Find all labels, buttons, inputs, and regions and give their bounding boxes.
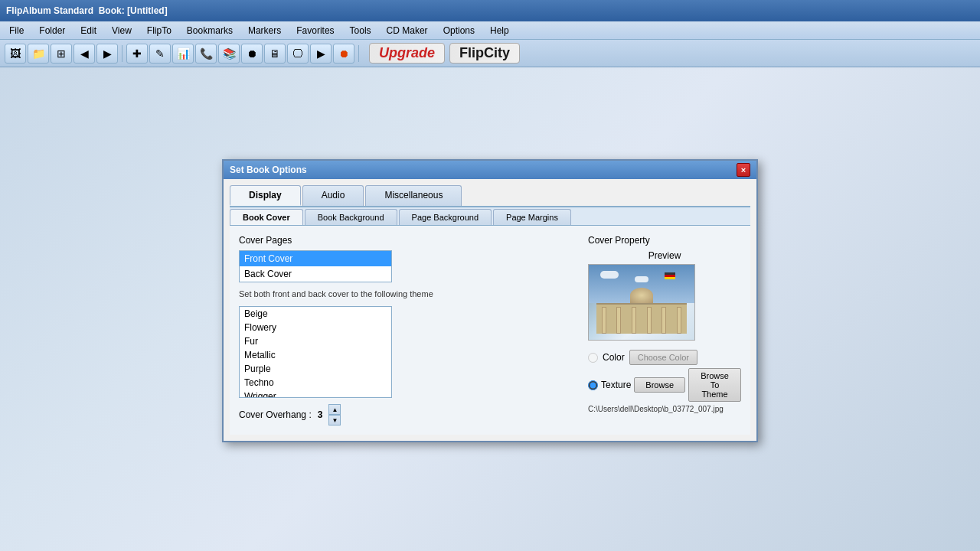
choose-color-button[interactable]: Choose Color bbox=[629, 350, 697, 365]
menu-tools[interactable]: Tools bbox=[344, 24, 377, 37]
preview-columns bbox=[596, 307, 687, 334]
toolbar-btn-10[interactable]: 📚 bbox=[218, 44, 240, 64]
menu-bar: File Folder Edit View FlipTo Bookmarks M… bbox=[0, 21, 980, 40]
preview-image bbox=[588, 264, 695, 341]
tab-miscellaneous[interactable]: Miscellaneous bbox=[365, 185, 462, 206]
right-panel: Cover Property Preview bbox=[588, 235, 741, 425]
cover-pages-label: Cover Pages bbox=[239, 235, 573, 246]
texture-radio[interactable] bbox=[588, 380, 598, 390]
theme-list[interactable]: Beige Flowery Fur Metallic Purple Techno… bbox=[239, 306, 392, 398]
cover-property-label: Cover Property bbox=[588, 235, 741, 246]
toolbar-btn-5[interactable]: ▶ bbox=[96, 44, 118, 64]
toolbar-btn-4[interactable]: ◀ bbox=[74, 44, 95, 64]
toolbar-btn-12[interactable]: 🖥 bbox=[264, 44, 286, 64]
tabs-top-row: Display Audio Miscellaneous bbox=[230, 185, 750, 207]
list-item-back-cover[interactable]: Back Cover bbox=[240, 266, 391, 282]
document-title: Book: [Untitled] bbox=[99, 5, 168, 16]
cover-pages-list[interactable]: Front Cover Back Cover bbox=[239, 250, 392, 282]
column-5 bbox=[662, 307, 666, 334]
description-text: Set both front and back cover to the fol… bbox=[239, 289, 573, 300]
theme-flowery[interactable]: Flowery bbox=[240, 321, 391, 334]
tabs-second-row: Book Cover Book Background Page Backgrou… bbox=[230, 207, 750, 226]
overhang-value: 3 bbox=[318, 409, 323, 420]
tab-page-background[interactable]: Page Background bbox=[399, 209, 492, 225]
toolbar-btn-7[interactable]: ✎ bbox=[149, 44, 171, 64]
upgrade-banner[interactable]: Upgrade bbox=[369, 43, 445, 64]
menu-help[interactable]: Help bbox=[484, 24, 515, 37]
tab-page-margins[interactable]: Page Margins bbox=[493, 209, 571, 225]
toolbar: 🖼 📁 ⊞ ◀ ▶ ✚ ✎ 📊 📞 📚 ⏺ 🖥 🖵 ▶ ⏺ Upgrade Fl… bbox=[0, 40, 980, 67]
menu-cdmaker[interactable]: CD Maker bbox=[381, 24, 434, 37]
menu-file[interactable]: File bbox=[3, 24, 30, 37]
menu-flipto[interactable]: FlipTo bbox=[141, 24, 178, 37]
color-radio-label: Color bbox=[603, 352, 625, 363]
theme-purple[interactable]: Purple bbox=[240, 362, 391, 376]
dialog-close-button[interactable]: × bbox=[737, 163, 750, 177]
dialog-body: Display Audio Miscellaneous Book Cover B… bbox=[224, 179, 756, 441]
dialog-content: Cover Pages Front Cover Back Cover Set b… bbox=[230, 226, 750, 435]
toolbar-btn-13[interactable]: 🖵 bbox=[287, 44, 309, 64]
toolbar-separator-1 bbox=[122, 45, 122, 62]
texture-radio-label: Texture bbox=[601, 380, 631, 390]
preview-cloud-2 bbox=[635, 276, 648, 282]
left-panel: Cover Pages Front Cover Back Cover Set b… bbox=[239, 235, 573, 425]
preview-dome bbox=[630, 288, 653, 303]
menu-edit[interactable]: Edit bbox=[74, 24, 103, 37]
main-area: Set Book Options × Display Audio Miscell… bbox=[0, 67, 980, 551]
toolbar-btn-1[interactable]: 🖼 bbox=[5, 44, 26, 64]
file-path: C:\Users\dell\Desktop\b_03772_007.jpg bbox=[588, 405, 741, 413]
toolbar-btn-2[interactable]: 📁 bbox=[28, 44, 49, 64]
toolbar-btn-6[interactable]: ✚ bbox=[126, 44, 148, 64]
toolbar-btn-8[interactable]: 📊 bbox=[172, 44, 194, 64]
toolbar-btn-11[interactable]: ⏺ bbox=[241, 44, 263, 64]
browse-button[interactable]: Browse bbox=[634, 377, 685, 393]
toolbar-btn-9[interactable]: 📞 bbox=[195, 44, 217, 64]
app-title: FlipAlbum Standard bbox=[6, 5, 93, 16]
menu-markers[interactable]: Markers bbox=[242, 24, 287, 37]
toolbar-btn-15[interactable]: ⏺ bbox=[333, 44, 354, 64]
color-radio[interactable] bbox=[588, 353, 598, 363]
toolbar-separator-2 bbox=[358, 45, 359, 62]
dialog-titlebar: Set Book Options × bbox=[224, 161, 756, 179]
list-item-front-cover[interactable]: Front Cover bbox=[240, 251, 391, 266]
overhang-label: Cover Overhang : bbox=[239, 409, 312, 420]
theme-fur[interactable]: Fur bbox=[240, 334, 391, 348]
theme-metallic[interactable]: Metallic bbox=[240, 348, 391, 362]
preview-building-body bbox=[596, 303, 687, 334]
column-3 bbox=[632, 307, 636, 334]
browse-theme-button[interactable]: Browse To Theme bbox=[688, 368, 741, 402]
tab-display[interactable]: Display bbox=[230, 185, 301, 206]
menu-options[interactable]: Options bbox=[437, 24, 481, 37]
flipcity-banner[interactable]: FlipCity bbox=[449, 43, 520, 64]
toolbar-btn-14[interactable]: ▶ bbox=[310, 44, 332, 64]
column-6 bbox=[677, 307, 681, 334]
preview-label: Preview bbox=[588, 250, 741, 261]
menu-favorites[interactable]: Favorites bbox=[290, 24, 340, 37]
toolbar-btn-3[interactable]: ⊞ bbox=[51, 44, 72, 64]
menu-bookmarks[interactable]: Bookmarks bbox=[181, 24, 239, 37]
column-4 bbox=[647, 307, 652, 334]
preview-building bbox=[596, 303, 687, 334]
menu-folder[interactable]: Folder bbox=[33, 24, 71, 37]
column-2 bbox=[616, 307, 621, 334]
column-1 bbox=[602, 307, 606, 334]
theme-beige[interactable]: Beige bbox=[240, 307, 391, 321]
tab-book-cover[interactable]: Book Cover bbox=[230, 209, 303, 225]
dialog-title: Set Book Options bbox=[230, 165, 307, 175]
color-radio-row: Color Choose Color bbox=[588, 350, 741, 365]
menu-view[interactable]: View bbox=[106, 24, 138, 37]
preview-flag bbox=[665, 272, 675, 280]
texture-radio-row: Texture Browse Browse To Theme bbox=[588, 368, 741, 402]
overhang-up-btn[interactable]: ▲ bbox=[328, 404, 341, 415]
theme-techno[interactable]: Techno bbox=[240, 376, 391, 390]
dialog-set-book-options: Set Book Options × Display Audio Miscell… bbox=[222, 159, 758, 442]
cover-overhang-row: Cover Overhang : 3 ▲ ▼ bbox=[239, 404, 573, 425]
title-bar: FlipAlbum Standard Book: [Untitled] bbox=[0, 0, 980, 21]
theme-wrigger[interactable]: Wrigger bbox=[240, 390, 391, 398]
tab-book-background[interactable]: Book Background bbox=[305, 209, 397, 225]
tab-audio[interactable]: Audio bbox=[302, 185, 364, 206]
preview-cloud-1 bbox=[600, 271, 619, 279]
overhang-down-btn[interactable]: ▼ bbox=[328, 415, 341, 425]
